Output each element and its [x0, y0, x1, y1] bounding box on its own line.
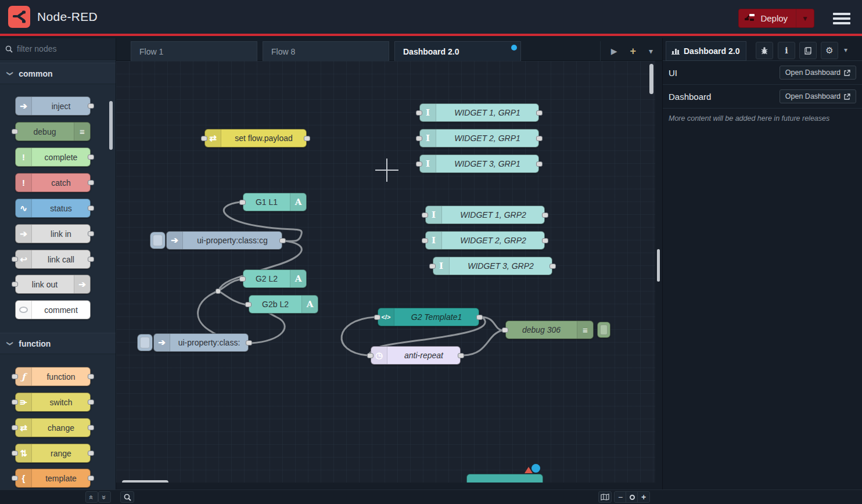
node-widget-1-grp2[interactable]: I WIDGET 1, GRP2: [425, 206, 545, 224]
input-port: [12, 257, 18, 262]
palette-scrollbar[interactable]: [109, 101, 113, 150]
add-flow-button[interactable]: +: [630, 45, 636, 57]
settings-button[interactable]: ⚙: [821, 42, 838, 59]
input-port: [12, 476, 18, 481]
node-ui-property-class-cg[interactable]: ➔ ui-property:class:cg: [166, 231, 282, 250]
input-port: [245, 302, 252, 307]
palette-filter[interactable]: filter nodes: [0, 38, 116, 60]
deploy-options-caret[interactable]: ▼: [796, 9, 814, 27]
palette-node-inject[interactable]: ➔ inject: [15, 96, 91, 116]
palette-node-comment[interactable]: comment: [15, 300, 91, 319]
node-g1-l1[interactable]: G1 L1 A: [243, 193, 307, 211]
sidebar-menu-caret[interactable]: ▾: [844, 46, 847, 54]
info-button[interactable]: i: [778, 42, 795, 59]
node-partial-bottom[interactable]: [466, 474, 543, 483]
debug-messages-button[interactable]: [756, 42, 773, 59]
pulse-icon: ∿: [16, 199, 32, 217]
palette-node-switch[interactable]: ⋔ switch: [15, 393, 91, 412]
open-dashboard-button[interactable]: Open Dashboard: [780, 89, 856, 103]
output-port: [88, 425, 94, 430]
palette-node-link-out[interactable]: link out ➔: [15, 275, 91, 294]
input-port: [416, 110, 422, 116]
change-icon: ⇄: [16, 419, 32, 437]
canvas-horizontal-scrollbar[interactable]: [122, 480, 168, 483]
navigator-button[interactable]: [598, 491, 612, 503]
wires: [116, 61, 655, 483]
node-anti-repeat[interactable]: ◷ anti-repeat: [371, 346, 461, 365]
palette-node-link-call[interactable]: ↩ link call: [15, 250, 91, 269]
tab-flow-1[interactable]: Flow 1: [131, 41, 257, 61]
help-button[interactable]: [799, 42, 817, 59]
node-widget-3-grp2[interactable]: I WIDGET 3, GRP2: [433, 257, 552, 275]
palette-expand-all-button[interactable]: »: [98, 491, 111, 503]
palette-node-change[interactable]: ⇄ change: [15, 418, 91, 437]
output-port: [542, 238, 548, 243]
inject-button[interactable]: [137, 334, 153, 351]
bug-icon: [760, 46, 768, 55]
palette-node-catch[interactable]: ! catch: [15, 173, 91, 192]
right-sidebar: Dashboard 2.0 i ⚙ ▾: [662, 38, 862, 504]
node-set-flow-payload[interactable]: ⇄ set flow.payload: [204, 129, 307, 147]
text-cursor-icon: I: [426, 232, 442, 249]
main-menu-button[interactable]: [833, 10, 850, 27]
output-port: [549, 264, 556, 269]
node-widget-2-grp2[interactable]: I WIDGET 2, GRP2: [425, 231, 545, 250]
input-port: [12, 451, 18, 456]
output-port: [88, 374, 94, 379]
zoom-in-button[interactable]: +: [637, 491, 650, 503]
tab-list-caret[interactable]: ▾: [649, 46, 653, 56]
node-g2-l2[interactable]: G2 L2 A: [243, 269, 307, 288]
palette-node-link-in[interactable]: ➔ link in: [15, 224, 91, 243]
output-port: [536, 161, 543, 167]
palette-node-function[interactable]: ƒ function: [15, 367, 91, 386]
palette-node-range[interactable]: ⇅ range: [15, 444, 91, 463]
book-icon: [804, 47, 812, 55]
separator-grip[interactable]: [657, 249, 660, 282]
palette-category-function[interactable]: ❯ function: [0, 333, 116, 354]
sidebar-separator[interactable]: [655, 61, 662, 489]
output-port: [88, 476, 94, 481]
zoom-out-button[interactable]: −: [614, 491, 627, 503]
canvas-vertical-scrollbar[interactable]: [649, 64, 653, 94]
deploy-button[interactable]: Deploy ▼: [738, 9, 814, 28]
node-ui-property-class[interactable]: ➔ ui-property:class:: [153, 333, 249, 352]
switch-icon: ⋔: [16, 393, 32, 411]
zoom-reset-button[interactable]: [626, 491, 638, 503]
output-port: [88, 180, 94, 185]
node-widget-2-grp1[interactable]: I WIDGET 2, GRP1: [419, 129, 539, 147]
double-chevron-up-icon: «: [87, 495, 96, 499]
sidebar-tab-dashboard[interactable]: Dashboard 2.0: [666, 41, 746, 61]
node-widget-1-grp1[interactable]: I WIDGET 1, GRP1: [419, 103, 539, 122]
node-g2b-l2[interactable]: G2b L2 A: [249, 295, 318, 314]
node-g2-template1[interactable]: </> G2 Template1: [378, 308, 479, 326]
palette-node-debug[interactable]: debug ≡: [15, 122, 91, 141]
output-port: [246, 340, 252, 345]
modified-dot: [511, 45, 517, 51]
node-debug-306[interactable]: debug 306 ≡: [505, 321, 594, 339]
sidebar-row-ui: UI Open Dashboard: [663, 61, 862, 85]
search-flows-button[interactable]: [120, 491, 134, 503]
text-cursor-icon: I: [426, 206, 442, 224]
style-a-icon: A: [301, 296, 318, 313]
external-link-icon: [844, 93, 850, 100]
inject-button[interactable]: [150, 232, 166, 249]
sidebar-note: More content will be added here in futur…: [663, 109, 862, 128]
output-port: [536, 136, 543, 141]
open-dashboard-button[interactable]: Open Dashboard: [780, 66, 856, 80]
next-tab-icon[interactable]: ▶: [611, 46, 617, 56]
palette-category-common[interactable]: ❯ common: [0, 63, 116, 84]
node-widget-3-grp1[interactable]: I WIDGET 3, GRP1: [419, 154, 539, 173]
flow-canvas[interactable]: ⇄ set flow.payload I WIDGET 1, GRP1 I WI…: [116, 61, 655, 483]
input-port: [367, 353, 373, 358]
output-port: [279, 238, 286, 243]
input-port: [12, 425, 18, 430]
palette-node-status[interactable]: ∿ status: [15, 199, 91, 218]
wire-junction[interactable]: [216, 289, 221, 294]
palette-node-complete[interactable]: ! complete: [15, 147, 91, 167]
debug-toggle-button[interactable]: [597, 322, 610, 338]
palette-node-template[interactable]: { template: [15, 469, 91, 488]
tab-dashboard-2-0[interactable]: Dashboard 2.0: [394, 41, 521, 61]
info-icon: i: [785, 46, 788, 55]
palette-collapse-all-button[interactable]: «: [85, 491, 98, 503]
tab-flow-8[interactable]: Flow 8: [263, 41, 389, 61]
